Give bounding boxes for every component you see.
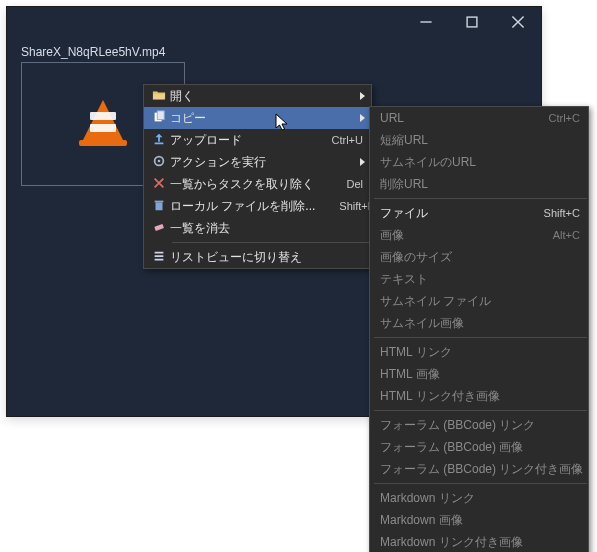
submenu-bbcode-image: フォーラム (BBCode) 画像: [370, 436, 588, 458]
menu-copy[interactable]: コピー: [144, 107, 371, 129]
svg-rect-8: [154, 223, 164, 230]
gear-icon: [152, 154, 166, 171]
menu-label: 画像: [380, 227, 553, 244]
folder-open-icon: [152, 88, 166, 105]
file-name-label: ShareX_N8qRLee5hV.mp4: [21, 45, 165, 59]
submenu-file[interactable]: ファイル Shift+C: [370, 202, 588, 224]
menu-accel: Alt+C: [553, 229, 580, 241]
submenu-thumbnail-file: サムネイル ファイル: [370, 290, 588, 312]
submenu-text: テキスト: [370, 268, 588, 290]
list-icon: [152, 249, 166, 266]
menu-accel: Ctrl+C: [549, 112, 580, 124]
trash-icon: [152, 198, 166, 215]
menu-label: URL: [380, 111, 549, 125]
minimize-button[interactable]: [403, 7, 449, 37]
menu-label: ローカル ファイルを削除...: [170, 198, 339, 215]
menu-separator: [374, 337, 587, 338]
svg-rect-3: [155, 142, 164, 144]
submenu-delete-url: 削除URL: [370, 173, 588, 195]
menu-label: HTML リンク付き画像: [380, 388, 580, 405]
svg-point-5: [158, 159, 161, 162]
submenu-image: 画像 Alt+C: [370, 224, 588, 246]
close-button[interactable]: [495, 7, 541, 37]
menu-label: 削除URL: [380, 176, 580, 193]
menu-label: ファイル: [380, 205, 544, 222]
menu-accel: Del: [346, 178, 363, 190]
menu-separator: [172, 242, 370, 243]
menu-remove-task[interactable]: 一覧からタスクを取り除く Del: [144, 173, 371, 195]
menu-label: サムネイル ファイル: [380, 293, 580, 310]
menu-open[interactable]: 開く: [144, 85, 371, 107]
submenu-arrow-icon: [360, 114, 365, 122]
submenu-html-image-link: HTML リンク付き画像: [370, 385, 588, 407]
menu-label: 開く: [170, 88, 363, 105]
svg-rect-2: [157, 110, 164, 119]
svg-rect-7: [155, 200, 164, 202]
maximize-button[interactable]: [449, 7, 495, 37]
menu-label: サムネイル画像: [380, 315, 580, 332]
menu-label: フォーラム (BBCode) リンク付き画像: [380, 461, 597, 478]
upload-icon: [152, 132, 166, 149]
submenu-markdown-image-link: Markdown リンク付き画像: [370, 531, 588, 552]
submenu-arrow-icon: [360, 158, 365, 166]
menu-separator: [374, 198, 587, 199]
menu-label: Markdown 画像: [380, 512, 580, 529]
menu-label: フォーラム (BBCode) 画像: [380, 439, 580, 456]
menu-accel: Ctrl+U: [332, 134, 363, 146]
menu-label: Markdown リンク: [380, 490, 580, 507]
menu-label: 画像のサイズ: [380, 249, 580, 266]
menu-separator: [374, 483, 587, 484]
submenu-url: URL Ctrl+C: [370, 107, 588, 129]
submenu-bbcode-image-link: フォーラム (BBCode) リンク付き画像: [370, 458, 588, 480]
menu-label: 一覧を消去: [170, 220, 363, 237]
menu-label: 短縮URL: [380, 132, 580, 149]
submenu-bbcode-link: フォーラム (BBCode) リンク: [370, 414, 588, 436]
submenu-markdown-link: Markdown リンク: [370, 487, 588, 509]
menu-label: HTML リンク: [380, 344, 580, 361]
submenu-image-size: 画像のサイズ: [370, 246, 588, 268]
menu-run-actions[interactable]: アクションを実行: [144, 151, 371, 173]
menu-label: HTML 画像: [380, 366, 580, 383]
menu-switch-listview[interactable]: リストビューに切り替え: [144, 246, 371, 268]
menu-label: アクションを実行: [170, 154, 363, 171]
menu-label: フォーラム (BBCode) リンク: [380, 417, 580, 434]
menu-label: Markdown リンク付き画像: [380, 534, 580, 551]
menu-upload[interactable]: アップロード Ctrl+U: [144, 129, 371, 151]
svg-rect-6: [156, 202, 163, 210]
submenu-html-image: HTML 画像: [370, 363, 588, 385]
copy-submenu: URL Ctrl+C 短縮URL サムネイルのURL 削除URL ファイル Sh…: [369, 106, 589, 552]
vlc-cone-icon: [83, 100, 123, 140]
submenu-thumbnail-image: サムネイル画像: [370, 312, 588, 334]
menu-label: サムネイルのURL: [380, 154, 580, 171]
menu-clear[interactable]: 一覧を消去: [144, 217, 371, 239]
svg-rect-0: [467, 17, 477, 27]
submenu-arrow-icon: [360, 92, 365, 100]
menu-separator: [374, 410, 587, 411]
submenu-short-url: 短縮URL: [370, 129, 588, 151]
submenu-markdown-image: Markdown 画像: [370, 509, 588, 531]
titlebar: [7, 7, 541, 37]
context-menu: 開く コピー アップロード Ctrl+U アクションを実行 一覧からタスクを取り…: [143, 84, 372, 269]
menu-label: アップロード: [170, 132, 332, 149]
submenu-html-link: HTML リンク: [370, 341, 588, 363]
menu-label: テキスト: [380, 271, 580, 288]
cross-icon: [152, 176, 166, 193]
menu-label: リストビューに切り替え: [170, 249, 363, 266]
submenu-thumbnail-url: サムネイルのURL: [370, 151, 588, 173]
menu-delete-local[interactable]: ローカル ファイルを削除... Shift+Del: [144, 195, 371, 217]
menu-accel: Shift+C: [544, 207, 580, 219]
eraser-icon: [152, 220, 166, 237]
menu-label: 一覧からタスクを取り除く: [170, 176, 346, 193]
copy-icon: [152, 110, 166, 127]
menu-label: コピー: [170, 110, 363, 127]
